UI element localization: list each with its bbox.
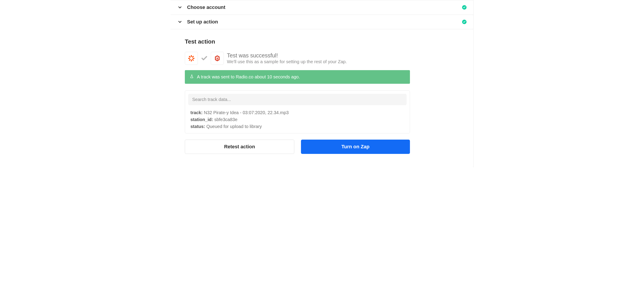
- data-key-station-id: station_id:: [190, 117, 213, 122]
- set-up-action-title: Set up action: [187, 19, 462, 25]
- data-row-track: track: N32 Pirate-y Idea - 03:07:2020, 2…: [188, 109, 406, 116]
- data-value-track: N32 Pirate-y Idea - 03:07:2020, 22.34.mp…: [204, 110, 289, 115]
- svg-rect-2: [188, 58, 190, 59]
- choose-account-row[interactable]: Choose account: [170, 0, 473, 14]
- data-key-status: status:: [190, 124, 205, 129]
- chevron-down-icon: [177, 19, 183, 25]
- radioco-app-icon: [211, 52, 224, 65]
- data-row-station-id: station_id: sbfe3ca83e: [188, 116, 406, 123]
- data-key-track: track:: [190, 110, 202, 115]
- svg-rect-5: [189, 59, 191, 61]
- svg-rect-1: [191, 60, 192, 62]
- svg-rect-0: [191, 55, 192, 57]
- choose-account-title: Choose account: [187, 4, 462, 10]
- turn-on-zap-button[interactable]: Turn on Zap: [301, 140, 410, 154]
- success-banner: A track was sent to Radio.co about 10 se…: [185, 70, 410, 84]
- svg-rect-3: [193, 58, 195, 59]
- check-circle-icon: [462, 5, 466, 9]
- success-banner-text: A track was sent to Radio.co about 10 se…: [197, 74, 300, 80]
- test-action-section: Test action Test was successful! We'll u…: [170, 29, 473, 154]
- svg-rect-7: [192, 59, 194, 61]
- svg-rect-6: [189, 56, 191, 58]
- chevron-down-icon: [177, 4, 183, 10]
- check-icon: [201, 55, 208, 62]
- set-up-action-row[interactable]: Set up action: [170, 14, 473, 29]
- beaker-icon: [190, 74, 194, 80]
- editor-container: Choose account Set up action Test action: [170, 0, 474, 167]
- data-row-status: status: Queued for upload to library: [188, 123, 406, 130]
- svg-rect-4: [192, 56, 194, 58]
- data-value-status: Queued for upload to library: [206, 124, 262, 129]
- check-circle-icon: [462, 20, 466, 24]
- test-result-text: Test was successful! We'll use this as a…: [227, 52, 459, 64]
- zapier-app-icon: [185, 52, 198, 65]
- test-action-heading: Test action: [185, 38, 459, 45]
- test-result-title: Test was successful!: [227, 52, 459, 59]
- test-result-row: Test was successful! We'll use this as a…: [185, 52, 459, 65]
- search-track-data-input[interactable]: [188, 94, 406, 105]
- action-buttons-row: Retest action Turn on Zap: [185, 140, 410, 154]
- svg-rect-9: [217, 58, 218, 61]
- data-value-station-id: sbfe3ca83e: [214, 117, 238, 122]
- test-result-subtitle: We'll use this as a sample for setting u…: [227, 59, 459, 64]
- data-panel: track: N32 Pirate-y Idea - 03:07:2020, 2…: [185, 90, 410, 133]
- retest-action-button[interactable]: Retest action: [185, 140, 294, 154]
